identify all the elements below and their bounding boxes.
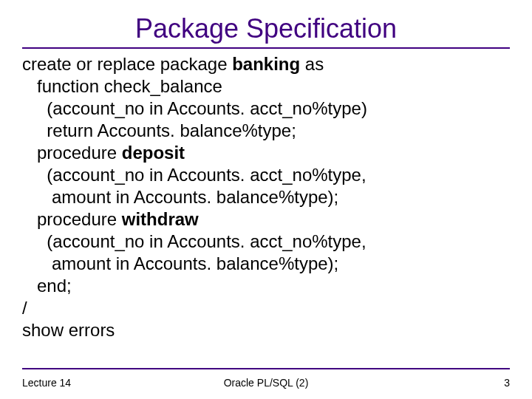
footer-divider <box>22 368 510 369</box>
code-text: procedure <box>22 143 122 163</box>
code-line: amount in Accounts. balance%type); <box>22 253 510 275</box>
code-bold: banking <box>232 54 300 74</box>
code-block: create or replace package banking as fun… <box>22 53 510 341</box>
footer: Lecture 14 Oracle PL/SQL (2) 3 <box>22 377 510 389</box>
code-text: procedure <box>22 209 122 229</box>
footer-right: 3 <box>504 377 510 389</box>
footer-center: Oracle PL/SQL (2) <box>22 377 510 389</box>
code-line: procedure withdraw <box>22 208 510 231</box>
code-line: (account_no in Accounts. acct_no%type) <box>22 98 510 120</box>
code-line: / <box>22 297 510 319</box>
code-line: end; <box>22 275 510 297</box>
code-line: create or replace package banking as <box>22 53 510 75</box>
slide-title: Package Specification <box>22 13 510 44</box>
code-line: function check_balance <box>22 75 510 98</box>
footer-left: Lecture 14 <box>22 377 71 389</box>
code-line: (account_no in Accounts. acct_no%type, <box>22 164 510 186</box>
code-bold: deposit <box>122 143 185 163</box>
code-line: (account_no in Accounts. acct_no%type, <box>22 231 510 253</box>
code-line: return Accounts. balance%type; <box>22 120 510 142</box>
code-line: show errors <box>22 319 510 341</box>
code-text: create or replace package <box>22 54 232 74</box>
code-bold: withdraw <box>122 209 199 229</box>
title-underline <box>22 47 510 49</box>
code-line: amount in Accounts. balance%type); <box>22 186 510 208</box>
code-line: procedure deposit <box>22 142 510 164</box>
code-text: as <box>300 54 324 74</box>
